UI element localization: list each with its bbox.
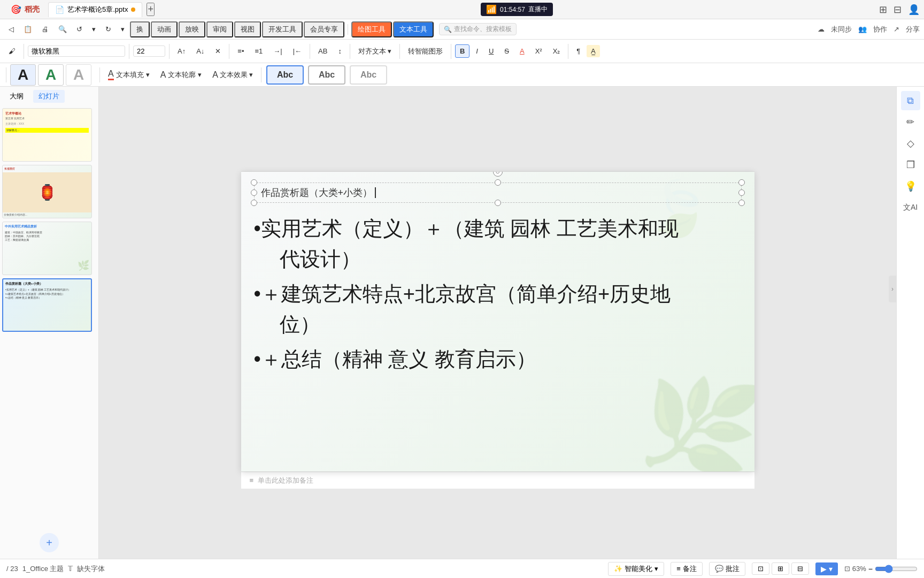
handle-mid-right[interactable] bbox=[738, 189, 745, 196]
handle-bot-left[interactable] bbox=[251, 200, 257, 206]
search-menu-button[interactable]: 🔍 bbox=[54, 23, 71, 35]
bullet-2-text: •＋建筑艺术特点+北京故宫（简单介绍+历史地 bbox=[254, 283, 671, 305]
undo-arrow-button[interactable]: ▾ bbox=[88, 23, 100, 35]
title-textbox[interactable]: ↻ 作品赏析题（大类+小类） bbox=[254, 182, 742, 203]
right-expand-button[interactable]: › bbox=[889, 276, 896, 302]
redo-button[interactable]: ↻ bbox=[101, 23, 116, 35]
title-right: ⊞ ⊟ 👤 bbox=[879, 4, 920, 16]
diamond-button[interactable]: ◇ bbox=[901, 134, 920, 153]
missing-font-label[interactable]: 缺失字体 bbox=[77, 564, 105, 574]
window-layout-icon[interactable]: ⊞ bbox=[879, 4, 887, 16]
text-style-abc2[interactable]: Abc bbox=[308, 65, 345, 85]
handle-bot-right[interactable] bbox=[738, 200, 745, 206]
drawing-tool-menu[interactable]: 绘图工具 bbox=[351, 21, 392, 37]
notes-area[interactable]: ≡ 单击此处添加备注 bbox=[241, 471, 754, 489]
slide-thumb-1-content: 艺术学概论 第五章 实用艺术 主讲老师：XXX 讲解要点... bbox=[3, 109, 91, 135]
bullet-1: •实用艺术（定义）＋（建筑 园林 工艺美术和现 代设计） bbox=[254, 214, 742, 275]
numbered-list-button[interactable]: ≡1 bbox=[250, 45, 267, 57]
smart-beautify-button[interactable]: ✨ 智能美化▾ bbox=[608, 562, 664, 576]
increase-font-button[interactable]: A↑ bbox=[173, 45, 190, 57]
paragraph-button[interactable]: ¶ bbox=[572, 45, 584, 57]
sync-label[interactable]: 未同步 bbox=[831, 25, 852, 34]
text-style-button[interactable]: AB bbox=[314, 45, 332, 57]
menu-devtools[interactable]: 开发工具 bbox=[262, 21, 303, 37]
toolbar2-text-styles: A A A A 文本填充▾ A 文本轮廓▾ A 文本效果▾ Abc Abc Ab… bbox=[0, 63, 924, 87]
collab-label[interactable]: 协作 bbox=[873, 25, 887, 34]
add-tab-button[interactable]: + bbox=[147, 3, 155, 16]
subscript-button[interactable]: X₂ bbox=[549, 45, 565, 57]
decrease-font-button[interactable]: A↓ bbox=[192, 45, 209, 57]
slides-tab[interactable]: 幻灯片 bbox=[33, 90, 65, 103]
handle-top-center[interactable] bbox=[495, 179, 501, 186]
menu-slideshow[interactable]: 放映 bbox=[179, 21, 205, 37]
menu-view[interactable]: 视图 bbox=[234, 21, 261, 37]
text-ai-button[interactable]: 文AI bbox=[901, 198, 920, 217]
zoom-out-button[interactable]: − bbox=[868, 565, 873, 573]
text-spacing-button[interactable]: ↕ bbox=[334, 45, 346, 57]
menu-bar: ◁ 📋 🖨 🔍 ↺ ▾ ↻ ▾ 换 动画 放映 审阅 视图 开发工具 会员专享 … bbox=[0, 19, 924, 40]
highlight-button[interactable]: A̲ bbox=[587, 45, 600, 57]
text-style-abc1[interactable]: Abc bbox=[266, 65, 304, 85]
reading-view-button[interactable]: ⊟ bbox=[791, 562, 809, 575]
indent-increase-button[interactable]: →| bbox=[269, 45, 286, 57]
italic-button[interactable]: I bbox=[472, 45, 482, 57]
redo-arrow-button[interactable]: ▾ bbox=[117, 23, 129, 35]
share-label[interactable]: 分享 bbox=[906, 25, 920, 34]
text-effect-button[interactable]: A 文本效果▾ bbox=[208, 68, 257, 82]
live-badge: 📶 01:54:57 直播中 bbox=[481, 3, 553, 16]
handle-top-right[interactable] bbox=[738, 179, 745, 186]
clear-format-button[interactable]: ✕ bbox=[211, 45, 225, 57]
menu-member[interactable]: 会员专享 bbox=[304, 21, 344, 37]
zoom-slider[interactable] bbox=[875, 565, 918, 573]
back-button[interactable]: ◁ bbox=[4, 23, 18, 35]
menu-replace[interactable]: 换 bbox=[130, 21, 150, 37]
copy-button[interactable]: ❒ bbox=[901, 155, 920, 174]
menu-review[interactable]: 审阅 bbox=[206, 21, 233, 37]
doc-title: 艺术学概论5章.pptx bbox=[67, 5, 128, 14]
doc-tab[interactable]: 📄 艺术学概论5章.pptx bbox=[48, 2, 142, 17]
handle-mid-left[interactable] bbox=[251, 189, 257, 196]
format-icon-button[interactable]: 📋 bbox=[19, 23, 36, 35]
font-size-input[interactable] bbox=[133, 45, 165, 57]
print-button[interactable]: 🖨 bbox=[37, 23, 53, 35]
handle-bot-center[interactable] bbox=[495, 200, 501, 206]
app-tab[interactable]: 🎯 稻壳 bbox=[4, 2, 46, 17]
convert-smart-button[interactable]: 转智能图形 bbox=[404, 44, 447, 58]
pen-button[interactable]: ✏ bbox=[901, 112, 920, 132]
grid-icon[interactable]: ⊟ bbox=[894, 4, 902, 16]
play-button[interactable]: ▶ ▾ bbox=[815, 562, 838, 575]
bold-button[interactable]: B bbox=[455, 44, 469, 58]
indent-decrease-button[interactable]: |← bbox=[289, 45, 306, 57]
align-text-button[interactable]: 对齐文本▾ bbox=[354, 44, 396, 58]
add-slide-button[interactable]: + bbox=[40, 533, 59, 552]
grid-view-button[interactable]: ⊞ bbox=[772, 562, 789, 575]
strikethrough-button[interactable]: S bbox=[500, 45, 513, 57]
format-paint-button[interactable]: 🖌 bbox=[4, 45, 20, 57]
font-family-input[interactable] bbox=[28, 45, 125, 57]
slide-thumb-4[interactable]: 作品赏析题（大类+小类） •实用艺术（定义）+（建筑 园林 工艺美术和现代设计）… bbox=[2, 278, 92, 332]
outline-tab[interactable]: 大纲 bbox=[4, 90, 29, 103]
text-tool-menu[interactable]: 文本工具 bbox=[393, 21, 434, 37]
handle-top-left[interactable] bbox=[251, 179, 257, 186]
search-box[interactable]: 🔍 查找命令、搜索模板 bbox=[439, 23, 517, 35]
font-color-button[interactable]: A bbox=[515, 45, 529, 57]
bulb-icon: 💡 bbox=[905, 180, 917, 192]
text-style-abc3[interactable]: Abc bbox=[350, 65, 387, 85]
layers-button[interactable]: ⧉ bbox=[901, 91, 920, 110]
undo-button[interactable]: ↺ bbox=[72, 23, 87, 35]
underline-button[interactable]: U bbox=[484, 45, 498, 57]
text-outline-button[interactable]: A 文本轮廓▾ bbox=[156, 68, 206, 82]
slide-thumb-3[interactable]: 中外实用艺术精品赏析 建筑：中国故宫、欧洲哥特教堂 园林：苏州园林、凡尔赛宫苑 … bbox=[2, 222, 92, 275]
notes-btn-icon: ≡ bbox=[676, 565, 681, 573]
bulb-button[interactable]: 💡 bbox=[901, 177, 920, 196]
slide-thumb-1[interactable]: 艺术学概论 第五章 实用艺术 主讲老师：XXX 讲解要点... bbox=[2, 108, 92, 162]
notes-button[interactable]: ≡ 备注 bbox=[671, 562, 703, 576]
menu-animation[interactable]: 动画 bbox=[151, 21, 178, 37]
user-icon[interactable]: 👤 bbox=[908, 4, 920, 16]
bullet-list-button[interactable]: ≡• bbox=[233, 45, 248, 57]
text-fill-button[interactable]: A 文本填充▾ bbox=[104, 67, 154, 82]
superscript-button[interactable]: X² bbox=[531, 45, 546, 57]
comments-button[interactable]: 💬 批注 bbox=[709, 562, 745, 576]
slide-thumb-2[interactable]: 长信宫灯 🏮 文物赏析介绍内容... bbox=[2, 165, 92, 218]
normal-view-button[interactable]: ⊡ bbox=[752, 562, 769, 575]
